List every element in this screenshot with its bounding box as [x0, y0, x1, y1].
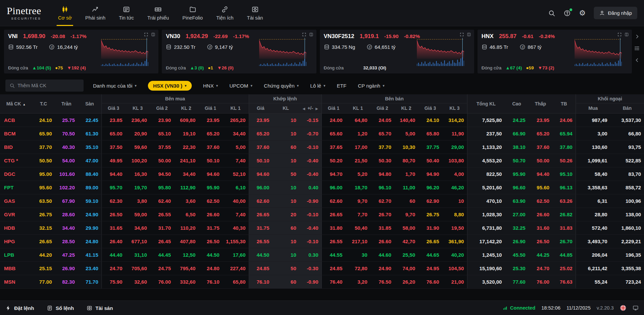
match-price[interactable]: 65.20	[249, 127, 272, 140]
ask-price-2[interactable]: 50.30	[370, 154, 394, 167]
ticker-cell[interactable]: BCM	[0, 127, 32, 140]
bid-price-2[interactable]: 44.45	[150, 248, 174, 261]
ask-price-3[interactable]: 37.75	[418, 140, 442, 154]
match-price[interactable]: 76.10	[249, 275, 272, 288]
place-order-button[interactable]: Đặt lệnh	[5, 305, 34, 311]
ask-price-2[interactable]: 24.05	[370, 113, 394, 127]
ask-price-3[interactable]: 31.90	[418, 221, 442, 234]
bid-price-3[interactable]: 95.70	[101, 181, 125, 194]
bid-price-1[interactable]: 65.20	[198, 127, 222, 140]
ticker-cell[interactable]: LPB	[0, 248, 32, 261]
ask-price-3[interactable]: 26.75	[418, 208, 442, 221]
ref-price[interactable]: 65.90	[32, 127, 55, 140]
ref-price[interactable]: 95.00	[32, 167, 55, 181]
assets-button[interactable]: Tài sản	[87, 305, 113, 311]
bid-price-2[interactable]: 23.90	[150, 113, 174, 127]
ask-price-2[interactable]: 26.60	[370, 234, 394, 248]
ticker-cell[interactable]: FPT	[0, 181, 32, 194]
filter-hsx-vn30[interactable]: HSX (VN30 )▾	[148, 81, 191, 91]
ask-price-1[interactable]: 26.55	[321, 234, 345, 248]
filter-my-watchlist[interactable]: Danh mục của tôi▾	[93, 83, 136, 89]
index-card-hnx[interactable]: HNX255.87-0.61-0.24%46.85 Tr₫867 tỷĐóng …	[478, 30, 632, 73]
expand-icon[interactable]	[144, 32, 148, 37]
match-price[interactable]: 96.00	[249, 181, 272, 194]
bid-price-3[interactable]: 94.40	[101, 167, 125, 181]
ask-price-2[interactable]: 44.60	[370, 248, 394, 261]
ask-price-1[interactable]: 37.65	[321, 140, 345, 154]
bid-price-2[interactable]: 94.50	[150, 167, 174, 181]
match-price[interactable]: 24.85	[249, 261, 272, 275]
bid-price-1[interactable]: 95.90	[198, 181, 222, 194]
floor-price[interactable]: 41.15	[78, 248, 101, 261]
bid-price-3[interactable]: 75.90	[101, 275, 125, 288]
ask-price-1[interactable]: 31.80	[321, 221, 345, 234]
bid-price-2[interactable]: 37.55	[150, 140, 174, 154]
ceiling-price[interactable]: 70.50	[55, 127, 78, 140]
ask-price-3[interactable]: 50.40	[418, 154, 442, 167]
index-list-icon[interactable]	[634, 45, 640, 51]
help-icon[interactable]	[563, 9, 571, 17]
floor-price[interactable]: 71.70	[78, 275, 101, 288]
match-price[interactable]: 23.95	[249, 113, 272, 127]
nav-item-phai-sinh[interactable]: Phái sinh	[79, 0, 112, 26]
bid-price-1[interactable]: 24.80	[198, 261, 222, 275]
ask-price-1[interactable]: 44.55	[321, 248, 345, 261]
order-book-button[interactable]: Sổ lệnh	[47, 305, 74, 311]
language-flag-icon[interactable]	[620, 305, 626, 311]
ask-price-3[interactable]: 26.65	[418, 234, 442, 248]
ref-price[interactable]: 26.75	[32, 208, 55, 221]
bid-price-3[interactable]: 44.40	[101, 248, 125, 261]
nav-item-tai-san[interactable]: Tài sản	[240, 0, 270, 26]
ticker-cell[interactable]: GVR	[0, 208, 32, 221]
bid-price-2[interactable]: 31.70	[150, 221, 174, 234]
match-price[interactable]: 26.65	[249, 208, 272, 221]
bid-price-3[interactable]: 31.65	[101, 221, 125, 234]
ceiling-price[interactable]: 34.40	[55, 221, 78, 234]
ref-price[interactable]: 77.00	[32, 275, 55, 288]
ceiling-price[interactable]: 67.90	[55, 194, 78, 208]
match-price[interactable]: 62.60	[249, 194, 272, 208]
bid-price-3[interactable]: 23.85	[101, 113, 125, 127]
ticker-cell[interactable]: GAS	[0, 194, 32, 208]
bid-price-1[interactable]: 94.60	[198, 167, 222, 181]
ask-price-3[interactable]: 24.95	[418, 261, 442, 275]
ask-price-2[interactable]: 24.90	[370, 261, 394, 275]
ask-price-3[interactable]: 62.90	[418, 194, 442, 208]
prev-column-icon[interactable]: ◀	[303, 107, 305, 111]
ask-price-3[interactable]: 94.90	[418, 167, 442, 181]
floor-price[interactable]: 61.30	[78, 127, 101, 140]
match-price[interactable]: 37.60	[249, 140, 272, 154]
ticker-cell[interactable]: CTG *	[0, 154, 32, 167]
bid-price-2[interactable]: 26.45	[150, 234, 174, 248]
floor-price[interactable]: 88.40	[78, 167, 101, 181]
split-view-icon[interactable]	[151, 32, 155, 37]
ask-price-1[interactable]: 24.85	[321, 261, 345, 275]
ask-price-1[interactable]: 65.60	[321, 127, 345, 140]
filter-upcom[interactable]: UPCOM▾	[229, 83, 252, 89]
ask-price-2[interactable]: 94.80	[370, 167, 394, 181]
ask-price-2[interactable]: 96.10	[370, 181, 394, 194]
floor-price[interactable]: 22.45	[78, 113, 101, 127]
ref-price[interactable]: 63.50	[32, 194, 55, 208]
nav-item-trai-phieu[interactable]: Trái phiếu	[141, 0, 176, 26]
ask-price-1[interactable]: 94.70	[321, 167, 345, 181]
ask-price-3[interactable]: 24.10	[418, 113, 442, 127]
bid-price-3[interactable]: 26.50	[101, 208, 125, 221]
ref-price[interactable]: 26.65	[32, 234, 55, 248]
ceiling-price[interactable]: 82.30	[55, 275, 78, 288]
ask-price-1[interactable]: 26.65	[321, 208, 345, 221]
floor-price[interactable]: 24.90	[78, 208, 101, 221]
bid-price-1[interactable]: 26.60	[198, 208, 222, 221]
bid-price-1[interactable]: 76.10	[198, 275, 222, 288]
ticker-cell[interactable]: ACB	[0, 113, 32, 127]
ask-price-1[interactable]: 96.00	[321, 181, 345, 194]
ask-price-2[interactable]: 76.50	[370, 275, 394, 288]
ask-price-2[interactable]: 37.70	[370, 140, 394, 154]
match-price[interactable]: 44.50	[249, 248, 272, 261]
ticker-cell[interactable]: DGC	[0, 167, 32, 181]
bid-price-3[interactable]: 26.40	[101, 234, 125, 248]
index-card-vn30f2512[interactable]: VN30F25121,919.1-15.90-0.82%334.75 Ng₫64…	[320, 30, 474, 73]
expand-icon[interactable]	[460, 32, 464, 37]
index-card-vni[interactable]: VNI1,698.90-20.08-1.17%592.56 Tr₫16,244 …	[4, 30, 158, 73]
col-header-ticker[interactable]: Mã CK▲	[0, 94, 32, 113]
